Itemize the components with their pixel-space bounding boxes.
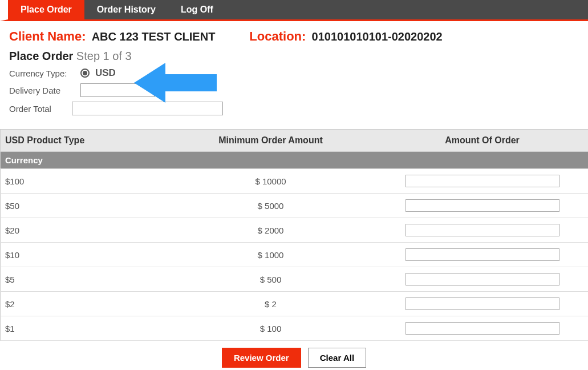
product-type-cell: $1 [1, 316, 165, 341]
col-amount-order: Amount Of Order [376, 130, 588, 152]
amount-order-input[interactable] [405, 273, 559, 285]
min-order-cell: $ 2000 [165, 218, 376, 243]
step-indicator: Step 1 of 3 [76, 50, 132, 62]
delivery-date-input[interactable] [80, 83, 155, 97]
client-name-value: ABC 123 TEST CLIENT [92, 30, 216, 43]
col-min-order: Minimum Order Amount [165, 130, 376, 152]
section-title: Place Order [9, 50, 73, 62]
location-value: 010101010101-02020202 [312, 30, 443, 43]
currency-type-label: Currency Type: [9, 69, 75, 78]
client-header: Client Name: ABC 123 TEST CLIENT Locatio… [0, 21, 588, 44]
product-type-cell: $50 [1, 194, 165, 218]
table-row: $5$ 500 [1, 267, 589, 292]
amount-order-input[interactable] [405, 175, 559, 187]
clear-all-button[interactable]: Clear All [308, 348, 366, 368]
table-row: $2$ 2 [1, 292, 589, 316]
tab-place-order[interactable]: Place Order [8, 0, 84, 19]
product-type-cell: $2 [1, 292, 165, 316]
col-product-type: USD Product Type [1, 130, 165, 152]
amount-order-input[interactable] [405, 248, 559, 261]
amount-order-input[interactable] [405, 297, 559, 310]
tab-log-off[interactable]: Log Off [168, 0, 226, 19]
min-order-cell: $ 10000 [165, 169, 376, 194]
min-order-cell: $ 2 [165, 292, 376, 316]
table-row: $10$ 1000 [1, 243, 589, 267]
currency-type-radio-usd[interactable] [80, 69, 90, 78]
product-type-cell: $5 [1, 267, 165, 292]
order-form: Place Order Step 1 of 3 Currency Type: U… [0, 44, 588, 129]
tab-order-history[interactable]: Order History [84, 0, 168, 19]
order-total-label: Order Total [9, 104, 66, 114]
order-total-input[interactable] [72, 102, 223, 115]
top-nav: Place Order Order History Log Off [0, 0, 588, 21]
min-order-cell: $ 1000 [165, 243, 376, 267]
product-type-cell: $10 [1, 243, 165, 267]
product-table: USD Product Type Minimum Order Amount Am… [0, 129, 588, 341]
button-bar: Review Order Clear All [0, 341, 588, 368]
currency-type-value: USD [95, 67, 116, 79]
review-order-button[interactable]: Review Order [222, 348, 301, 368]
min-order-cell: $ 5000 [165, 194, 376, 218]
location-label: Location: [249, 29, 306, 43]
table-row: $20$ 2000 [1, 218, 589, 243]
table-row: $50$ 5000 [1, 194, 589, 218]
table-row: $100$ 10000 [1, 169, 589, 194]
min-order-cell: $ 500 [165, 267, 376, 292]
product-type-cell: $20 [1, 218, 165, 243]
table-group-currency: Currency [1, 152, 589, 169]
callout-arrow-icon [134, 60, 220, 106]
table-row: $1$ 100 [1, 316, 589, 341]
amount-order-input[interactable] [405, 199, 559, 212]
client-name-label: Client Name: [9, 29, 86, 43]
delivery-date-label: Delivery Date [9, 86, 75, 95]
product-type-cell: $100 [1, 169, 165, 194]
min-order-cell: $ 100 [165, 316, 376, 341]
amount-order-input[interactable] [405, 322, 559, 335]
amount-order-input[interactable] [405, 224, 559, 236]
